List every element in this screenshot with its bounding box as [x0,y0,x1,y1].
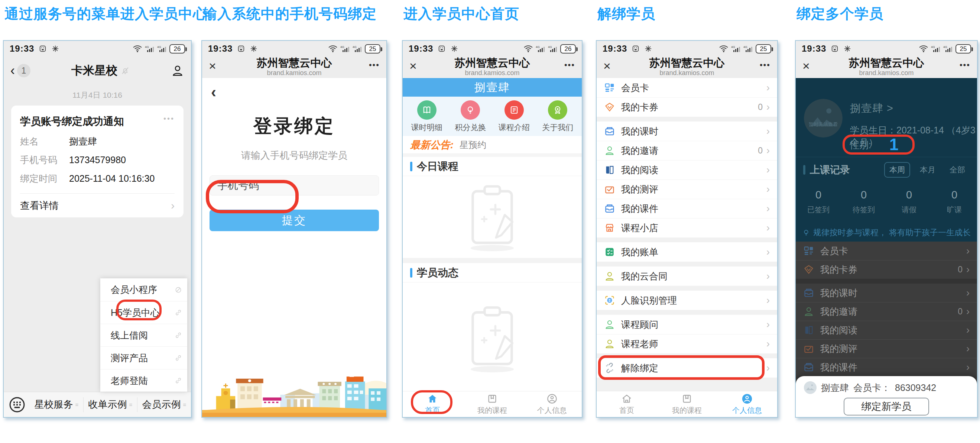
invite-icon [604,145,615,156]
step-column-2: 输入系统中的手机号码绑定 19:33 25 [201,2,387,418]
filter-this-month[interactable]: 本月 [915,163,940,177]
submit-button[interactable]: 提交 [210,210,379,231]
signal-icon [731,45,741,53]
list-item-class-hours[interactable]: 我的课时 [796,284,977,302]
empty-clipboard-illustration [465,182,520,252]
status-bar: 19:33 25 [597,41,777,56]
keyboard-toggle-icon[interactable] [9,397,25,413]
browser-header: 19:33 25 苏州智慧云中心 brand.kam [597,41,777,78]
tab-my-courses[interactable]: 我的课程 [657,391,717,417]
student-name-link[interactable]: 捌壹肆 > [850,101,893,116]
menu-item-assessment[interactable]: 测评产品 [100,346,187,369]
wifi-icon [523,45,533,53]
tab-my-courses[interactable]: 我的课程 [463,391,522,417]
webview-nav-bar: 苏州智慧云中心 brand.kamios.com [202,56,387,78]
close-icon[interactable] [409,56,430,75]
more-menu-icon[interactable] [950,56,970,73]
section-student-activity: 学员动态 [403,263,582,282]
status-bar: 19:33 26 [4,41,191,56]
list-item-invites[interactable]: 我的邀请 0 [796,302,977,321]
notification-row: 手机号码 13734579980 [20,154,175,166]
section-marker [410,162,412,171]
list-item-reading[interactable]: 我的阅读 [796,321,977,339]
list-item-class-hours[interactable]: 我的课时 [597,121,777,141]
list-item-courseware[interactable]: 我的课件 [597,199,777,218]
app-indicator-icon [632,45,640,53]
list-item-course-teacher[interactable]: 课程老师 [597,334,777,354]
step-caption: 绑定多个学员 [795,2,978,40]
notification-title: 学员账号绑定成功通知 [20,115,124,129]
list-item-member-card[interactable]: 会员卡 [597,78,777,97]
site-url: brand.kamios.com [624,69,751,76]
list-item-coupons[interactable]: 我的卡券 0 [597,97,777,117]
more-menu-icon[interactable] [751,56,770,73]
quick-action-courses[interactable]: 课程介绍 [492,97,536,136]
back-icon[interactable] [211,83,216,101]
signal-icon [743,45,753,53]
more-menu-icon[interactable] [555,56,575,73]
unbind-icon [604,362,615,373]
filter-this-week[interactable]: 本周 [884,162,910,178]
menu-item-online-reading[interactable]: 线上借阅 [100,324,187,346]
tab-home[interactable]: 首页 [403,391,463,417]
binding-notification-card[interactable]: 学员账号绑定成功通知 姓名 捌壹肆 手机号码 13734579980 绑定时间 … [11,105,183,217]
chat-nav-bar: 1 卡米星校 [4,56,191,85]
list-item-course-shop[interactable]: 课程小店 [597,218,777,237]
tab-profile[interactable]: 个人信息 [717,391,777,417]
list-item-unbind[interactable]: 解除绑定 [597,358,777,378]
tab-profile[interactable]: 个人信息 [522,391,582,417]
message-timestamp: 11月4日 10:16 [4,85,191,100]
list-item-member-card[interactable]: 会员卡 [796,242,977,260]
toolbar-menu-orders[interactable]: 收单示例 [83,397,137,412]
list-item-invites[interactable]: 我的邀请 0 [597,141,777,160]
announcement-bar[interactable]: 最新公告: 星预约 [403,136,582,154]
back-icon[interactable] [10,64,15,77]
wifi-icon [719,45,729,53]
more-options-icon[interactable] [164,115,175,123]
cream-building [236,379,263,410]
signal-icon [536,45,545,53]
shop-icon [604,222,615,233]
student-hero-header: 暂时无法查看 捌壹肆 > 学员生日：2021-08-14 （4岁3个月） 性别: [796,78,977,157]
quick-action-hours[interactable]: 课时明细 [405,97,449,136]
quick-action-about[interactable]: 关于我们 [536,97,580,136]
menu-item-miniprogram[interactable]: 会员小程序 [100,278,187,301]
list-item-assessments[interactable]: 我的测评 [796,339,977,358]
bind-new-student-button[interactable]: 绑定新学员 [844,398,929,416]
browser-header: 19:33 25 苏州智慧云中心 brand.kam [202,41,387,78]
list-item-coupons[interactable]: 我的卡券 0 [796,260,977,279]
quick-action-points[interactable]: 积分兑换 [449,97,493,136]
list-item-course-advisor[interactable]: 课程顾问 [597,315,777,334]
view-detail-link[interactable]: 查看详情 [20,194,175,217]
tab-home[interactable]: 首页 [597,391,657,417]
contact-profile-icon[interactable] [171,64,184,77]
site-url: brand.kamios.com [822,69,950,76]
phone-number-input[interactable] [210,175,379,196]
chevron-right-icon [966,245,970,257]
list-item-cloud-contracts[interactable]: 我的云合同 [597,266,777,286]
list-item-reading[interactable]: 我的阅读 [597,160,777,180]
toolbar-menu-member[interactable]: 会员示例 [137,397,191,412]
signal-icon [943,45,953,53]
menu-item-teacher-login[interactable]: 老师登陆 [100,369,187,392]
link-icon [175,331,182,339]
wechat-header: 19:33 26 1 卡米星校 [4,41,191,85]
site-title: 苏州智慧云中心 [624,56,751,69]
battery-indicator: 25 [756,44,771,54]
menu-item-h5-student-center[interactable]: H5学员中心 [100,301,187,324]
filter-all[interactable]: 全部 [945,163,970,177]
close-icon[interactable] [209,56,229,75]
list-item-assessments[interactable]: 我的测评 [597,180,777,199]
close-icon[interactable] [603,56,624,75]
toolbar-menu-services[interactable]: 星校服务 [30,397,83,412]
list-item-face-recognition[interactable]: 人脸识别管理 [597,291,777,310]
student-name-banner[interactable]: 捌壹肆 [403,78,582,97]
group-gap [597,237,777,242]
more-menu-icon[interactable] [360,56,380,73]
list-item-courseware[interactable]: 我的课件 [796,358,977,376]
courseware-icon [604,203,615,214]
close-icon[interactable] [802,56,822,75]
current-student-row[interactable]: 捌壹肆 会员卡： 86309342 [804,381,969,394]
list-item-bills[interactable]: 我的账单 [597,242,777,261]
app-indicator-icon [830,45,839,53]
